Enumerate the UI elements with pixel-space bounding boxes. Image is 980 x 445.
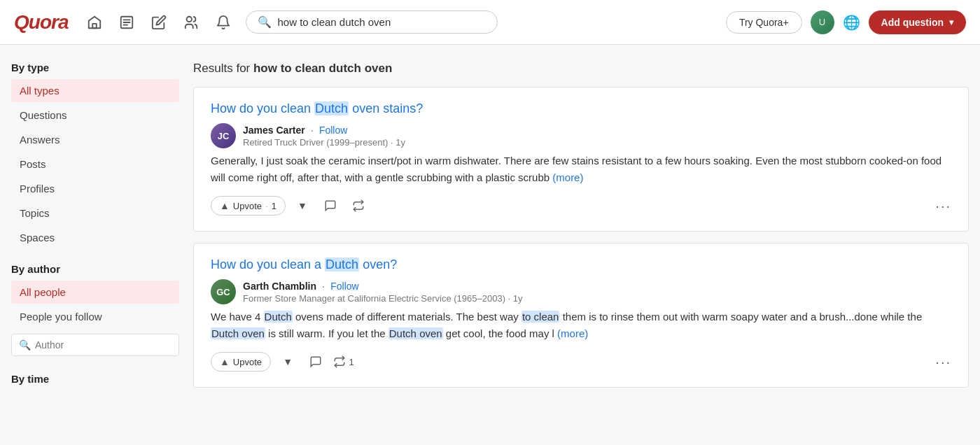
downvote-icon-1: ▼	[298, 200, 307, 211]
author-search-input[interactable]	[35, 339, 172, 351]
share-button-2[interactable]: 1	[332, 351, 355, 373]
highlight: to clean	[522, 311, 560, 323]
actions-row-1: ▲ Upvote · 1 ▼ ···	[211, 195, 951, 217]
logo: Quora	[14, 11, 68, 34]
sidebar-item-questions[interactable]: Questions	[11, 104, 179, 127]
downvote-button-2[interactable]: ▼	[276, 351, 299, 373]
upvote-button-1[interactable]: ▲ Upvote · 1	[211, 196, 286, 216]
author-name-row-2: Garth Chamblin · Follow	[243, 280, 523, 292]
search-input[interactable]	[277, 16, 486, 28]
author-search-container[interactable]: 🔍	[11, 334, 179, 356]
chevron-down-icon: ▾	[949, 17, 953, 27]
by-time-heading: By time	[11, 373, 179, 385]
header-right: Try Quora+ U 🌐 Add question ▾	[726, 10, 966, 34]
follow-button-1[interactable]: Follow	[319, 125, 347, 136]
follow-button-2[interactable]: Follow	[330, 281, 358, 292]
actions-row-2: ▲ Upvote ▼ 1 ···	[211, 351, 951, 373]
list-icon[interactable]	[117, 13, 136, 32]
result-title-1[interactable]: How do you clean Dutch oven stains?	[211, 101, 423, 115]
page-body: By type All types Questions Answers Post…	[0, 45, 980, 416]
highlight: Dutch oven	[211, 327, 265, 339]
header: Quora 🔍 Try Quora+ U 🌐 Add question ▾	[0, 0, 980, 45]
author-name-row-1: James Carter · Follow	[243, 124, 405, 136]
author-subtitle-2: Former Store Manager at California Elect…	[243, 293, 523, 304]
svg-point-5	[187, 16, 192, 21]
highlight: Dutch	[325, 257, 359, 271]
result-card-2: How do you clean a Dutch oven? GC Garth …	[193, 243, 969, 388]
people-icon[interactable]	[181, 13, 201, 32]
author-subtitle-1: Retired Truck Driver (1999–present) · 1y	[243, 137, 405, 148]
sidebar-item-posts[interactable]: Posts	[11, 153, 179, 176]
search-icon: 🔍	[258, 15, 272, 29]
author-info-1: James Carter · Follow Retired Truck Driv…	[243, 124, 405, 148]
upvote-button-2[interactable]: ▲ Upvote	[211, 352, 271, 372]
globe-icon[interactable]: 🌐	[843, 14, 860, 31]
downvote-button-1[interactable]: ▼	[291, 195, 314, 217]
more-options-1[interactable]: ···	[935, 198, 951, 214]
downvote-icon-2: ▼	[283, 356, 293, 367]
search-bar[interactable]: 🔍	[246, 10, 498, 34]
sidebar-item-profiles[interactable]: Profiles	[11, 177, 179, 200]
author-name-1: James Carter	[243, 125, 305, 136]
edit-icon[interactable]	[149, 13, 169, 32]
author-row-1: JC James Carter · Follow Retired Truck D…	[211, 123, 951, 148]
author-avatar-2: GC	[211, 279, 236, 304]
avatar: U	[811, 10, 834, 34]
by-type-heading: By type	[11, 62, 179, 73]
add-question-button[interactable]: Add question ▾	[869, 10, 966, 34]
comment-button-2[interactable]	[304, 351, 327, 373]
author-avatar-1: JC	[211, 123, 236, 148]
try-quora-button[interactable]: Try Quora+	[726, 11, 802, 34]
sidebar-item-all-types[interactable]: All types	[11, 79, 179, 102]
main-content: Results for how to clean dutch oven How …	[193, 62, 969, 399]
more-link-2[interactable]: (more)	[557, 327, 588, 339]
comment-button-1[interactable]	[319, 195, 342, 217]
sidebar-item-people-you-follow[interactable]: People you follow	[11, 305, 179, 328]
sidebar-item-answers[interactable]: Answers	[11, 128, 179, 151]
author-info-2: Garth Chamblin · Follow Former Store Man…	[243, 280, 523, 304]
author-search-icon: 🔍	[19, 339, 31, 351]
upvote-icon-2: ▲	[220, 356, 230, 367]
upvote-icon-1: ▲	[220, 200, 230, 211]
more-link-1[interactable]: (more)	[552, 171, 583, 183]
more-options-2[interactable]: ···	[935, 354, 951, 370]
author-row-2: GC Garth Chamblin · Follow Former Store …	[211, 279, 951, 304]
results-header: Results for how to clean dutch oven	[193, 62, 969, 76]
highlight: Dutch	[264, 311, 293, 323]
sidebar-item-spaces[interactable]: Spaces	[11, 226, 179, 249]
share-button-1[interactable]	[347, 195, 370, 217]
sidebar-item-topics[interactable]: Topics	[11, 202, 179, 225]
result-card-1: How do you clean Dutch oven stains? JC J…	[193, 87, 969, 232]
sidebar: By type All types Questions Answers Post…	[11, 62, 193, 399]
result-body-1: Generally, I just soak the ceramic inser…	[211, 153, 951, 186]
author-name-2: Garth Chamblin	[243, 281, 316, 292]
bell-icon[interactable]	[214, 13, 233, 32]
result-title-2[interactable]: How do you clean a Dutch oven?	[211, 257, 397, 271]
svg-rect-0	[93, 23, 97, 27]
sidebar-item-all-people[interactable]: All people	[11, 281, 179, 304]
home-icon[interactable]	[85, 13, 104, 32]
by-author-heading: By author	[11, 263, 179, 275]
highlight: Dutch oven	[388, 327, 443, 339]
nav-icons	[85, 13, 233, 32]
share-count-2: 1	[349, 357, 354, 367]
highlight: Dutch	[314, 101, 349, 115]
result-body-2: We have 4 Dutch ovens made of different …	[211, 309, 951, 342]
